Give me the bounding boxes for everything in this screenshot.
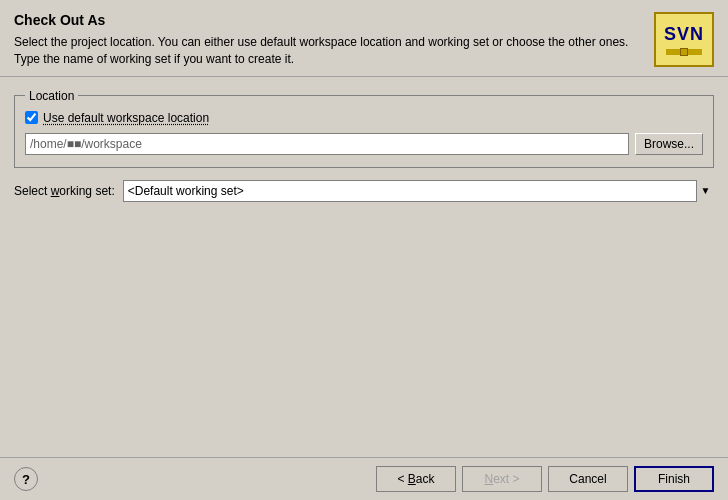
help-button[interactable]: ? — [14, 467, 38, 491]
location-legend: Location — [25, 89, 78, 103]
header-text-area: Check Out As Select the project location… — [14, 12, 642, 68]
svn-logo-bar — [666, 49, 702, 55]
cancel-button[interactable]: Cancel — [548, 466, 628, 492]
dialog: Check Out As Select the project location… — [0, 0, 728, 500]
browse-button[interactable]: Browse... — [635, 133, 703, 155]
path-row: Browse... — [25, 133, 703, 155]
back-button[interactable]: < Back — [376, 466, 456, 492]
working-set-label: Select working set: — [14, 184, 115, 198]
next-button[interactable]: Next > — [462, 466, 542, 492]
location-fieldset: Location Use default workspace location … — [14, 89, 714, 168]
svn-logo-square — [680, 48, 688, 56]
working-set-row: Select working set: <Default working set… — [14, 180, 714, 202]
footer-left: ? — [14, 467, 38, 491]
dialog-description: Select the project location. You can eit… — [14, 34, 642, 68]
back-button-label: < Back — [397, 472, 434, 486]
working-set-select[interactable]: <Default working set> — [123, 180, 714, 202]
path-input[interactable] — [25, 133, 629, 155]
dialog-content: Location Use default workspace location … — [0, 77, 728, 457]
dialog-header: Check Out As Select the project location… — [0, 0, 728, 77]
default-location-checkbox[interactable] — [25, 111, 38, 124]
svn-logo: SVN — [654, 12, 714, 67]
working-set-select-wrapper: <Default working set> ▼ — [123, 180, 714, 202]
svn-logo-text: SVN — [664, 24, 704, 45]
next-button-label: Next > — [484, 472, 519, 486]
checkbox-row: Use default workspace location — [25, 111, 703, 125]
dialog-footer: ? < Back Next > Cancel Finish — [0, 457, 728, 500]
checkbox-label: Use default workspace location — [43, 111, 209, 125]
dialog-title: Check Out As — [14, 12, 642, 28]
finish-button[interactable]: Finish — [634, 466, 714, 492]
footer-buttons: < Back Next > Cancel Finish — [376, 466, 714, 492]
